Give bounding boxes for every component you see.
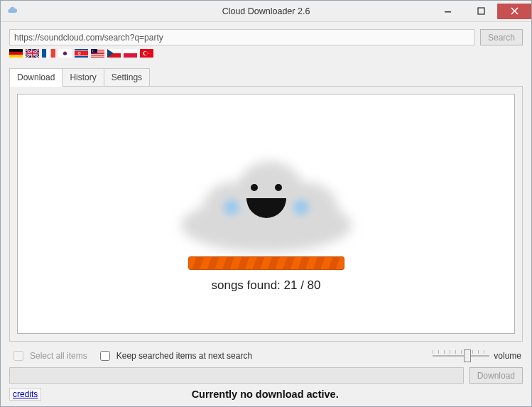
app-window: Cloud Downloader 2.6 Search — [0, 0, 532, 407]
flag-kp-icon[interactable] — [75, 49, 88, 58]
content-frame: songs found: 21 / 80 — [17, 94, 515, 334]
options-row: Select all items Keep searched items at … — [9, 349, 523, 363]
flag-pl-icon[interactable] — [124, 49, 137, 58]
flag-kr-icon[interactable] — [58, 49, 72, 58]
keep-searched-label: Keep searched items at next search — [116, 351, 252, 361]
svg-rect-2 — [9, 49, 23, 52]
flag-gb-icon[interactable] — [26, 49, 39, 58]
credits-link[interactable]: credits — [9, 388, 41, 401]
volume-slider[interactable] — [433, 349, 489, 363]
download-progress-bar — [9, 367, 464, 384]
language-flags — [9, 49, 523, 58]
minimize-button[interactable] — [432, 4, 465, 19]
svg-rect-10 — [42, 49, 46, 58]
volume-control: volume — [433, 349, 521, 363]
status-text: Currently no download active. — [48, 389, 482, 400]
app-icon — [6, 6, 18, 17]
keep-searched-checkbox[interactable]: Keep searched items at next search — [97, 349, 252, 363]
svg-rect-1 — [478, 8, 484, 14]
tab-settings[interactable]: Settings — [104, 68, 150, 87]
cloud-face-icon — [224, 170, 309, 227]
svg-rect-17 — [75, 51, 88, 56]
svg-rect-0 — [445, 11, 451, 13]
tab-history[interactable]: History — [62, 68, 104, 87]
svg-rect-26 — [91, 56, 104, 57]
svg-rect-3 — [9, 52, 23, 55]
cloud-illustration — [160, 136, 373, 249]
search-progress-bar — [188, 256, 344, 270]
tab-panel: songs found: 21 / 80 — [9, 86, 523, 342]
flag-tr-icon[interactable] — [140, 49, 153, 58]
svg-rect-12 — [51, 49, 55, 58]
window-controls — [432, 4, 531, 19]
download-button[interactable]: Download — [469, 367, 523, 384]
close-button[interactable] — [497, 4, 531, 19]
search-button[interactable]: Search — [480, 29, 523, 45]
flag-fr-icon[interactable] — [42, 49, 55, 58]
select-all-checkbox[interactable]: Select all items — [11, 349, 87, 363]
svg-rect-24 — [91, 54, 104, 55]
tab-download[interactable]: Download — [9, 68, 63, 87]
svg-rect-11 — [46, 49, 50, 58]
flag-my-icon[interactable] — [91, 49, 104, 58]
svg-point-29 — [93, 50, 95, 53]
svg-point-36 — [144, 52, 148, 55]
tab-bar: Download History Settings — [9, 67, 523, 86]
download-row: Download — [9, 367, 523, 384]
svg-rect-25 — [91, 55, 104, 56]
flag-de-icon[interactable] — [9, 49, 23, 58]
svg-rect-32 — [124, 49, 137, 53]
maximize-button[interactable] — [465, 4, 497, 19]
url-input[interactable] — [9, 29, 474, 45]
titlebar: Cloud Downloader 2.6 — [1, 1, 531, 22]
svg-rect-9 — [26, 53, 39, 54]
status-row: credits Currently no download active. — [9, 388, 523, 401]
search-row: Search — [9, 29, 523, 45]
client-area: Search Download History Settings — [1, 22, 531, 406]
songs-found-label: songs found: 21 / 80 — [211, 278, 320, 293]
svg-rect-4 — [9, 55, 23, 58]
select-all-label: Select all items — [30, 351, 87, 361]
svg-rect-33 — [124, 53, 137, 58]
volume-label: volume — [494, 351, 521, 361]
flag-cz-icon[interactable] — [107, 49, 121, 58]
